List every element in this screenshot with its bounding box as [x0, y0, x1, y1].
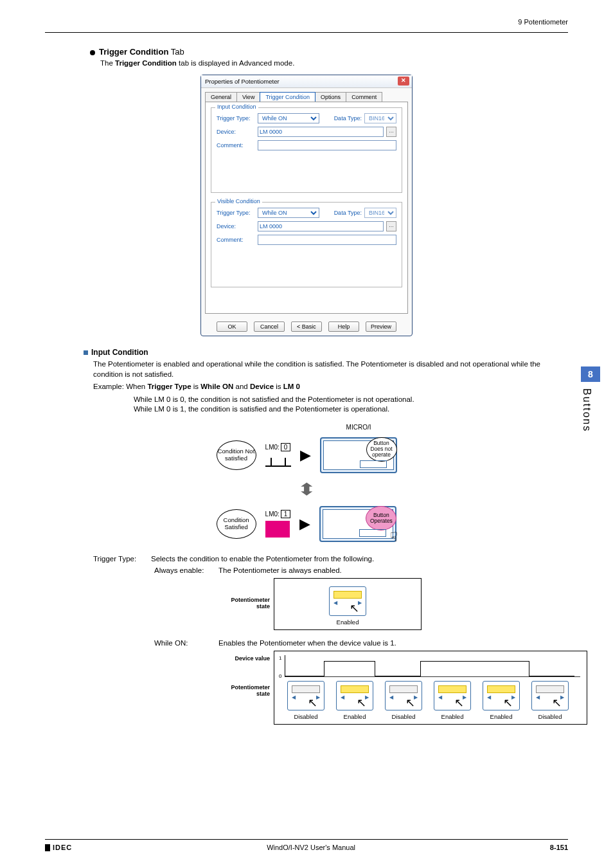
- visible-condition-group: Visible Condition Trigger Type: While ON…: [211, 202, 402, 287]
- hand-icon: ☟: [390, 529, 398, 545]
- screen-state-icon: ◀▶↖: [336, 681, 373, 710]
- properties-dialog: Properties of Potentiometer ✕ General Vi…: [200, 75, 413, 336]
- section-heading: Trigger Condition Tab: [90, 47, 568, 57]
- group-legend: Input Condition: [215, 104, 258, 110]
- example-line-0: While LM 0 is 0, the condition is not sa…: [134, 395, 568, 405]
- idec-logo: IDEC: [45, 844, 72, 851]
- intro-line: The Trigger Condition tab is displayed i…: [100, 59, 568, 67]
- micro-i-label: MICRO/I: [346, 424, 371, 431]
- trigger-type-select-2[interactable]: While ON: [258, 208, 319, 218]
- cancel-button[interactable]: Cancel: [254, 321, 285, 332]
- tab-comment[interactable]: Comment: [346, 92, 382, 102]
- screen-enabled-icon: ◀▶ ↖: [329, 586, 366, 616]
- page-footer: IDEC WindO/I-NV2 User's Manual 8-151: [45, 839, 568, 851]
- trigger-type-label: Trigger Type:: [217, 210, 255, 216]
- page-number: 8-151: [550, 844, 568, 851]
- preview-button[interactable]: Preview: [366, 321, 396, 332]
- device-value-waveform: 1 0: [285, 655, 580, 677]
- tab-view[interactable]: View: [236, 92, 260, 102]
- close-icon[interactable]: ✕: [398, 77, 409, 86]
- example-line: Example: When Trigger Type is While ON a…: [93, 382, 568, 392]
- arrow-right-icon: ▶: [299, 516, 310, 532]
- oval-satisfied: Condition Satisfied: [217, 509, 256, 539]
- tab-options[interactable]: Options: [315, 92, 346, 102]
- comment-input[interactable]: [258, 140, 396, 150]
- screen-state-icon: ◀▶↖: [287, 681, 324, 710]
- screen-state-icon: ◀▶↖: [531, 681, 569, 710]
- lm0-on-block: LM0:1: [265, 510, 291, 538]
- footer-title: WindO/I-NV2 User's Manual: [72, 844, 550, 851]
- screen-on: Button Operates ☟: [319, 506, 396, 542]
- screen-state-icon: ◀▶↖: [483, 681, 520, 710]
- always-enable-chart: Potentiometer state ◀▶ ↖ Enabled: [218, 578, 568, 630]
- tab-trigger-condition[interactable]: Trigger Condition: [260, 92, 315, 102]
- page-header-right: 9 Potentiometer: [518, 18, 568, 26]
- ok-button[interactable]: OK: [217, 321, 247, 332]
- comment-label: Comment:: [217, 237, 255, 243]
- device-input-2[interactable]: [258, 221, 384, 231]
- device-label: Device:: [217, 223, 255, 230]
- help-button[interactable]: Help: [328, 321, 359, 332]
- data-type-label: Data Type:: [334, 210, 362, 216]
- bubble-operates: Button Operates: [366, 506, 396, 530]
- screen-state-icon: ◀▶↖: [385, 681, 422, 710]
- device-browse-button-2[interactable]: …: [386, 221, 396, 231]
- oval-not-satisfied: Condition Not satisfied: [217, 440, 256, 470]
- dialog-title: Properties of Potentiometer ✕: [201, 75, 412, 88]
- trigger-type-select[interactable]: While ON: [258, 113, 319, 123]
- device-input[interactable]: [258, 127, 384, 137]
- input-condition-para: The Potentiometer is enabled and operati…: [93, 359, 568, 379]
- arrow-right-icon: ▶: [300, 447, 311, 464]
- screen-state-icon: ◀▶↖: [434, 681, 471, 710]
- comment-label: Comment:: [217, 142, 255, 149]
- trigger-type-row: Trigger Type: Selects the condition to e…: [93, 555, 568, 563]
- updown-arrow-icon: ⬍: [297, 480, 317, 500]
- chapter-name: Buttons: [581, 382, 592, 439]
- example-line-1: While LM 0 is 1, the condition is satisf…: [134, 404, 568, 415]
- data-type-select-2[interactable]: BIN16(+): [364, 208, 396, 218]
- while-on-chart: Device value Potentiometer state 1 0 ◀▶↖: [218, 651, 568, 725]
- input-condition-group: Input Condition Trigger Type: While ON D…: [211, 107, 402, 193]
- data-type-select[interactable]: BIN16(+): [364, 113, 396, 123]
- data-type-label: Data Type:: [334, 115, 362, 122]
- tab-general[interactable]: General: [205, 92, 237, 102]
- basic-button[interactable]: < Basic: [291, 321, 322, 332]
- always-enable-row: Always enable: The Potentiometer is alwa…: [154, 566, 568, 574]
- input-condition-heading: Input Condition: [84, 348, 568, 357]
- group-legend: Visible Condition: [215, 198, 262, 204]
- bubble-not-operate: Button Does not operate: [366, 437, 397, 462]
- comment-input-2[interactable]: [258, 235, 396, 245]
- header-rule: [45, 32, 568, 33]
- while-on-row: While ON: Enables the Potentiometer when…: [154, 639, 568, 647]
- device-label: Device:: [217, 129, 255, 135]
- chapter-number: 8: [581, 366, 600, 382]
- trigger-type-label: Trigger Type:: [217, 115, 255, 122]
- lm0-off-block: LM0:0: [265, 443, 291, 467]
- chapter-tab: 8 Buttons: [581, 366, 600, 439]
- screen-off: Button Does not operate: [320, 437, 397, 473]
- device-browse-button[interactable]: …: [386, 127, 396, 137]
- state-diagram: MICRO/I Condition Not satisfied LM0:0 ▶ …: [45, 424, 568, 542]
